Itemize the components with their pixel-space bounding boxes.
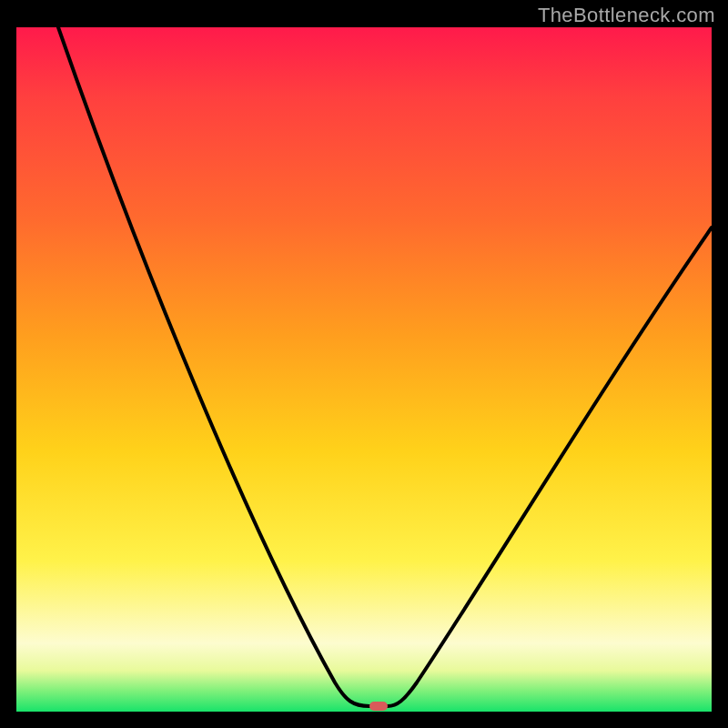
watermark-text: TheBottleneck.com — [538, 4, 715, 27]
curve-layer — [16, 27, 712, 712]
bottleneck-curve — [58, 27, 712, 706]
plot-area — [16, 27, 712, 712]
bottleneck-marker — [369, 702, 388, 711]
chart-stage: TheBottleneck.com — [0, 0, 728, 728]
